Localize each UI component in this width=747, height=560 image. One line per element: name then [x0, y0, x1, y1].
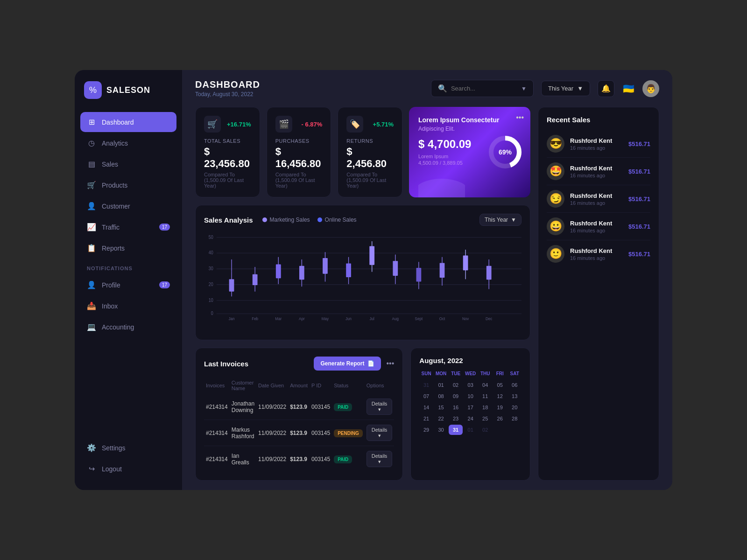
- year-filter-select[interactable]: This Year ▼: [541, 81, 590, 96]
- options-cell[interactable]: Details ▾: [365, 394, 395, 420]
- calendar-day[interactable]: 19: [493, 402, 507, 413]
- details-button[interactable]: Details ▾: [366, 425, 393, 441]
- promo-title: Lorem Ipsum Consectetur: [418, 116, 521, 124]
- sale-info: Rushford Kent 16 minutes ago: [570, 247, 623, 261]
- calendar-day[interactable]: 21: [419, 413, 433, 424]
- sale-time: 16 minutes ago: [570, 200, 623, 206]
- generate-report-button[interactable]: Generate Report 📄: [314, 357, 381, 371]
- sidebar-item-traffic[interactable]: 📈 Traffic 17: [80, 217, 176, 237]
- sidebar-item-customer[interactable]: 👤 Customer: [80, 196, 176, 216]
- search-input[interactable]: [451, 85, 517, 92]
- calendar-day[interactable]: 11: [478, 391, 492, 401]
- traffic-badge: 17: [159, 224, 170, 231]
- sidebar-item-label: Settings: [102, 444, 126, 452]
- sale-avatar: 😀: [547, 217, 564, 235]
- calendar-day[interactable]: 20: [507, 402, 521, 413]
- returns-label: RETURNS: [346, 138, 394, 144]
- calendar-day[interactable]: 15: [434, 402, 448, 413]
- calendar-day[interactable]: 28: [507, 413, 521, 424]
- calendar-day[interactable]: 26: [493, 413, 507, 424]
- sale-time: 16 minutes ago: [570, 173, 623, 178]
- options-cell[interactable]: Details ▾: [365, 420, 395, 446]
- chart-year-filter[interactable]: This Year ▼: [479, 214, 521, 226]
- sale-info: Rushford Kent 16 minutes ago: [570, 165, 623, 178]
- sidebar-item-products[interactable]: 🛒 Products: [80, 175, 176, 195]
- calendar-day[interactable]: 23: [449, 413, 463, 424]
- pid: 003145: [310, 394, 332, 420]
- calendar-day[interactable]: 04: [478, 380, 492, 390]
- sale-avatar: 🤩: [547, 162, 564, 180]
- svg-text:50: 50: [209, 234, 213, 240]
- calendar-day[interactable]: 25: [478, 413, 492, 424]
- notification-button[interactable]: 🔔: [598, 80, 614, 97]
- calendar-day[interactable]: 08: [434, 391, 448, 401]
- header-icons: 🔔 🇺🇦 👨: [598, 80, 659, 97]
- calendar-day-header: THU: [478, 371, 492, 376]
- logo-icon: %: [84, 81, 102, 99]
- calendar-day[interactable]: 13: [507, 391, 521, 401]
- calendar-day[interactable]: 10: [464, 391, 478, 401]
- calendar-day[interactable]: 30: [434, 425, 448, 435]
- svg-rect-25: [299, 266, 304, 280]
- bottom-row: Last Invoices Generate Report 📄 ••• Invo…: [195, 348, 530, 481]
- sidebar-item-inbox[interactable]: 📥 Inbox: [80, 296, 176, 316]
- sidebar-item-accounting[interactable]: 💻 Accounting: [80, 317, 176, 337]
- col-amount: Amount: [288, 377, 310, 394]
- calendar-day[interactable]: 03: [464, 380, 478, 390]
- sale-time: 16 minutes ago: [570, 228, 623, 233]
- svg-text:Jun: Jun: [345, 316, 352, 321]
- calendar-day[interactable]: 29: [419, 425, 433, 435]
- search-caret-icon: ▼: [521, 85, 527, 92]
- svg-text:Jul: Jul: [370, 316, 374, 321]
- pid: 003145: [310, 420, 332, 446]
- sidebar-item-profile[interactable]: 👤 Profile 17: [80, 275, 176, 295]
- user-avatar[interactable]: 👨: [642, 80, 659, 97]
- svg-text:10: 10: [209, 297, 213, 303]
- details-button[interactable]: Details ▾: [366, 451, 393, 467]
- calendar-day[interactable]: 17: [464, 402, 478, 413]
- promo-donut-chart: 69%: [486, 133, 524, 171]
- sidebar-item-settings[interactable]: ⚙️ Settings: [80, 438, 176, 458]
- sale-item: 😀 Rushford Kent 16 minutes ago $516.71: [547, 213, 650, 240]
- promo-card: ••• Lorem Ipsum Consectetur Adipiscing E…: [409, 107, 530, 197]
- calendar-day: 01: [464, 425, 478, 435]
- sidebar-item-sales[interactable]: ▤ Sales: [80, 154, 176, 174]
- calendar-day[interactable]: 24: [464, 413, 478, 424]
- calendar-day[interactable]: 18: [478, 402, 492, 413]
- notification-nav: 👤 Profile 17 📥 Inbox 💻 Accounting: [75, 275, 182, 337]
- calendar-day[interactable]: 02: [449, 380, 463, 390]
- calendar-day[interactable]: 07: [419, 391, 433, 401]
- svg-rect-27: [323, 258, 328, 274]
- chevron-down-icon: ▼: [511, 217, 516, 223]
- sidebar-item-logout[interactable]: ↪ Logout: [80, 459, 176, 479]
- date-given: 11/09/2022: [256, 394, 288, 420]
- svg-rect-29: [346, 264, 351, 278]
- sale-info: Rushford Kent 16 minutes ago: [570, 192, 623, 206]
- svg-rect-39: [463, 256, 468, 271]
- sidebar-item-analytics[interactable]: ◷ Analytics: [80, 133, 176, 153]
- col-options: Options: [365, 377, 395, 394]
- calendar-day[interactable]: 06: [507, 380, 521, 390]
- calendar-day[interactable]: 05: [493, 380, 507, 390]
- calendar-day[interactable]: 14: [419, 402, 433, 413]
- sales-icon: ▤: [87, 160, 96, 168]
- promo-card-menu[interactable]: •••: [516, 113, 524, 122]
- sidebar-item-dashboard[interactable]: ⊞ Dashboard: [80, 112, 176, 132]
- calendar-day-header: TUE: [449, 371, 463, 376]
- calendar-day[interactable]: 12: [493, 391, 507, 401]
- search-bar[interactable]: 🔍 ▼: [431, 80, 534, 97]
- invoice-number: #214314: [204, 394, 230, 420]
- options-cell[interactable]: Details ▾: [365, 446, 395, 472]
- stat-card-total-sales: 🛒 +16.71% TOTAL SALES $ 23,456.80 Compar…: [195, 107, 260, 197]
- calendar-day[interactable]: 01: [434, 380, 448, 390]
- calendar-day[interactable]: 22: [434, 413, 448, 424]
- calendar-day[interactable]: 16: [449, 402, 463, 413]
- calendar-day[interactable]: 31: [449, 425, 463, 435]
- details-button[interactable]: Details ▾: [366, 399, 393, 415]
- marketing-legend-dot: [262, 217, 267, 222]
- sidebar-item-reports[interactable]: 📋 Reports: [80, 238, 176, 258]
- calendar-day[interactable]: 09: [449, 391, 463, 401]
- invoice-menu-button[interactable]: •••: [387, 359, 395, 368]
- sidebar-item-label: Customer: [102, 203, 130, 210]
- col-pid: P ID: [310, 377, 332, 394]
